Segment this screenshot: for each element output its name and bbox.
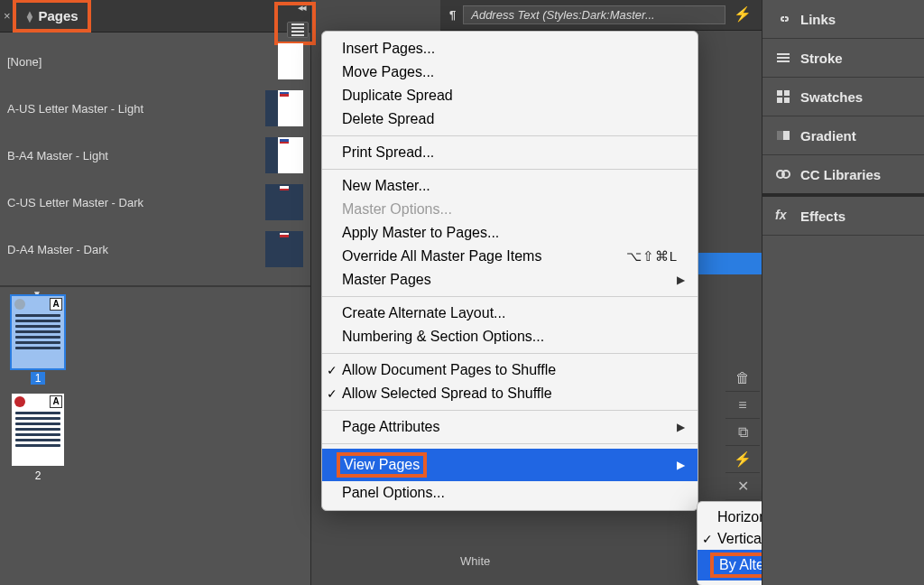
bolt-icon[interactable]: ⚡: [725, 446, 760, 473]
pages-panel-header: × ▲▼ Pages ◂◂: [0, 0, 310, 32]
svg-rect-6: [784, 98, 790, 103]
panel-cc-libraries[interactable]: CC Libraries: [762, 155, 924, 197]
menu-separator: [322, 135, 698, 136]
menu-insert-pages[interactable]: Insert Pages...: [322, 37, 698, 60]
menu-override-master[interactable]: Override All Master Page Items⌥⇧⌘L: [322, 245, 698, 268]
style-field[interactable]: Address Text (Styles:Dark:Master...: [463, 5, 725, 24]
right-panel-dock: Links Stroke Swatches Gradient CC Librar…: [762, 0, 924, 585]
mini-icon-column: 🗑 ≡ ⧉ ⚡ ✕: [725, 365, 760, 500]
master-row-none[interactable]: [None]: [0, 38, 310, 85]
panel-gradient[interactable]: Gradient: [762, 116, 924, 155]
menu-move-pages[interactable]: Move Pages...: [322, 60, 698, 84]
menu-print-spread[interactable]: Print Spread...: [322, 141, 698, 164]
close-panel-icon[interactable]: ×: [0, 9, 16, 23]
menu-view-pages[interactable]: View Pages ▶: [322, 449, 698, 481]
check-icon: ✓: [327, 386, 337, 401]
svg-rect-8: [777, 131, 783, 140]
page-thumb-1[interactable]: A 1: [11, 296, 65, 385]
selection-highlight: [698, 253, 762, 274]
pages-panel: × ▲▼ Pages ◂◂ [None] A-US Letter Master …: [0, 0, 311, 585]
menu-create-alternate[interactable]: Create Alternate Layout...: [322, 302, 698, 325]
panel-effects[interactable]: fx Effects: [762, 197, 924, 236]
panel-swatches[interactable]: Swatches: [762, 78, 924, 116]
master-tag: A: [50, 298, 62, 311]
submenu-arrow-icon: ▶: [677, 274, 685, 286]
menu-delete-spread[interactable]: Delete Spread: [322, 107, 698, 131]
paragraph-style-icon: ¶: [449, 8, 456, 22]
page-number-label: 1: [31, 372, 46, 385]
panel-links[interactable]: Links: [762, 0, 924, 39]
master-row-b[interactable]: B-A4 Master - Light: [0, 132, 310, 179]
panel-label: Stroke: [800, 51, 843, 66]
panel-menu-button[interactable]: [287, 22, 309, 38]
svg-rect-0: [777, 53, 790, 55]
check-icon: ✓: [702, 532, 713, 546]
shortcut-label: ⌥⇧⌘L: [626, 248, 678, 265]
master-label: D-A4 Master - Dark: [7, 243, 256, 256]
pages-panel-menu: Insert Pages... Move Pages... Duplicate …: [321, 31, 698, 511]
pages-tab[interactable]: ▲▼ Pages: [16, 3, 88, 29]
master-label: C-US Letter Master - Dark: [7, 196, 256, 209]
menu-separator: [322, 169, 698, 170]
menu-separator: [322, 296, 698, 297]
menu-numbering[interactable]: Numbering & Section Options...: [322, 325, 698, 348]
menu-duplicate-spread[interactable]: Duplicate Spread: [322, 84, 698, 107]
menu-page-attributes[interactable]: Page Attributes▶: [322, 415, 698, 439]
master-label: A-US Letter Master - Light: [7, 102, 256, 116]
svg-rect-5: [777, 98, 782, 103]
master-row-c[interactable]: C-US Letter Master - Dark: [0, 179, 310, 226]
cc-icon: [775, 166, 791, 182]
master-label: B-A4 Master - Light: [7, 149, 256, 162]
master-thumb: [278, 43, 303, 79]
panel-label: Gradient: [800, 128, 856, 144]
swatches-icon: [775, 88, 791, 105]
trash-icon[interactable]: 🗑: [725, 365, 760, 392]
master-thumb-pair: [265, 90, 303, 126]
svg-rect-4: [784, 90, 790, 96]
master-row-a[interactable]: A-US Letter Master - Light: [0, 85, 310, 132]
tools-icon[interactable]: ✕: [725, 473, 760, 500]
menu-separator: [322, 353, 698, 354]
menu-master-pages[interactable]: Master Pages▶: [322, 268, 698, 292]
master-pages-list: [None] A-US Letter Master - Light B-A4 M…: [0, 32, 310, 287]
submenu-arrow-icon: ▶: [677, 421, 685, 433]
master-thumb-pair: [265, 137, 303, 173]
stroke-icon: [775, 50, 791, 66]
panel-menu-highlight: [278, 5, 312, 42]
pages-tab-label: Pages: [38, 8, 78, 23]
page-number-label: 2: [35, 469, 42, 482]
swatch-white-label: White: [460, 554, 490, 568]
panel-label: Swatches: [800, 89, 863, 105]
menu-separator: [322, 410, 698, 411]
panel-stroke[interactable]: Stroke: [762, 39, 924, 78]
new-page-icon[interactable]: ⧉: [725, 419, 760, 446]
menu-separator: [322, 443, 698, 444]
menu-allow-spread-shuffle[interactable]: ✓Allow Selected Spread to Shuffle: [322, 382, 698, 405]
svg-rect-2: [777, 60, 790, 62]
page-thumb-2[interactable]: A 2: [11, 394, 65, 482]
check-icon: ✓: [327, 363, 337, 377]
control-strip: ¶ Address Text (Styles:Dark:Master... ⚡: [440, 0, 762, 31]
panel-label: Effects: [800, 209, 845, 224]
gradient-icon: [775, 127, 791, 144]
menu-new-master[interactable]: New Master...: [322, 174, 698, 198]
master-tag: A: [50, 395, 62, 408]
menu-allow-doc-shuffle[interactable]: ✓Allow Document Pages to Shuffle: [322, 358, 698, 382]
panel-label: CC Libraries: [800, 167, 881, 182]
menu-master-options: Master Options...: [322, 198, 698, 221]
quick-apply-icon[interactable]: ⚡: [733, 5, 753, 25]
submenu-arrow-icon: ▶: [677, 459, 685, 471]
master-row-d[interactable]: D-A4 Master - Dark: [0, 226, 310, 273]
menu-panel-options[interactable]: Panel Options...: [322, 481, 698, 505]
panel-label: Links: [800, 12, 836, 27]
svg-rect-3: [777, 90, 782, 96]
hamburger-icon[interactable]: ≡: [725, 392, 760, 419]
master-thumb-pair: [265, 231, 303, 267]
fx-icon: fx: [775, 208, 791, 224]
svg-rect-1: [777, 57, 790, 59]
master-label: [None]: [7, 55, 269, 69]
document-pages-area: ▼ A 1 A 2: [0, 287, 310, 522]
menu-apply-master[interactable]: Apply Master to Pages...: [322, 221, 698, 245]
sort-arrows-icon: ▲▼: [25, 11, 35, 22]
master-thumb-pair: [265, 184, 303, 220]
